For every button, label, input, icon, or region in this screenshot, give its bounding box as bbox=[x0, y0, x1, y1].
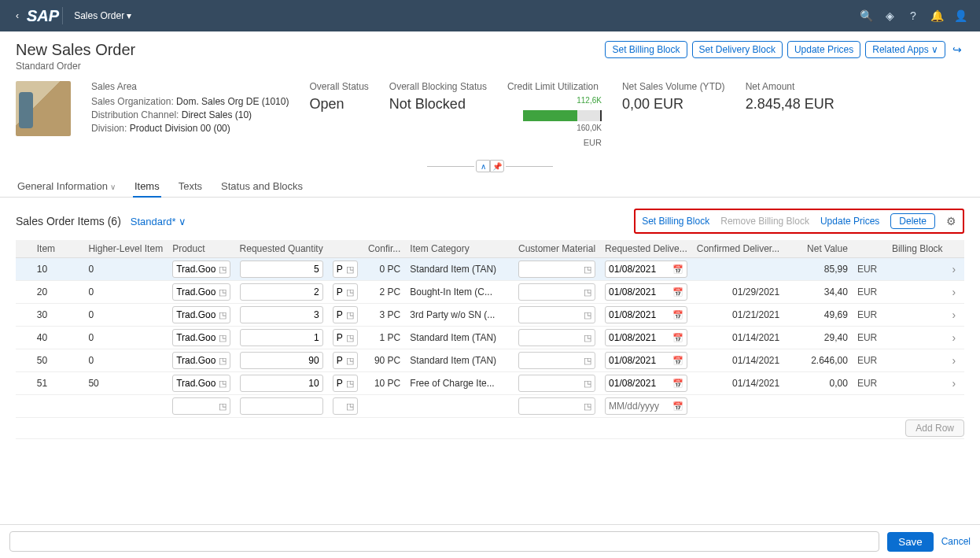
help-icon[interactable]: ? bbox=[901, 9, 925, 22]
related-apps-button[interactable]: Related Apps ∨ bbox=[865, 41, 945, 58]
tab-texts[interactable]: Texts bbox=[177, 176, 204, 197]
value-help-icon[interactable]: ◳ bbox=[584, 287, 591, 297]
table-row[interactable]: 400◳◳1 PCStandard Item (TAN)◳📅01/14/2021… bbox=[16, 327, 964, 349]
product-input[interactable]: ◳ bbox=[172, 397, 230, 415]
value-help-icon[interactable]: ◳ bbox=[584, 356, 591, 366]
req-date-input[interactable]: 📅 bbox=[605, 261, 687, 278]
pin-icon[interactable]: 📌 bbox=[490, 160, 504, 172]
table-variant-selector[interactable]: Standard* ∨ bbox=[131, 216, 186, 227]
table-settings-icon[interactable]: ⚙ bbox=[946, 215, 956, 227]
set-billing-block-button[interactable]: Set Billing Block bbox=[605, 41, 687, 58]
qty-input[interactable] bbox=[240, 329, 323, 346]
value-help-icon[interactable]: ◳ bbox=[346, 401, 354, 412]
value-help-icon[interactable]: ◳ bbox=[219, 264, 227, 275]
bell-icon[interactable]: 🔔 bbox=[925, 9, 949, 22]
calendar-icon[interactable]: 📅 bbox=[672, 379, 683, 389]
value-help-icon[interactable]: ◳ bbox=[346, 264, 354, 275]
back-button[interactable]: ‹ bbox=[8, 10, 27, 21]
user-icon[interactable]: 👤 bbox=[949, 9, 972, 22]
cust-mat-input[interactable]: ◳ bbox=[518, 283, 595, 301]
value-help-icon[interactable]: ◳ bbox=[346, 333, 354, 343]
search-icon[interactable]: 🔍 bbox=[854, 9, 878, 22]
qty-input[interactable] bbox=[240, 397, 323, 415]
calendar-icon[interactable]: 📅 bbox=[672, 310, 683, 320]
cust-mat-input[interactable]: ◳ bbox=[518, 375, 595, 392]
cust-mat-input[interactable]: ◳ bbox=[518, 261, 595, 278]
table-row[interactable]: 300◳◳3 PC3rd Party w/o SN (...◳📅01/21/20… bbox=[16, 304, 964, 327]
collapse-up-icon[interactable]: ∧ bbox=[476, 160, 490, 172]
row-nav-icon[interactable]: › bbox=[948, 327, 964, 349]
req-date-input[interactable]: 📅 bbox=[605, 352, 687, 369]
calendar-icon[interactable]: 📅 bbox=[672, 401, 683, 412]
req-date-input[interactable]: 📅 bbox=[605, 306, 687, 323]
uom-input[interactable]: ◳ bbox=[333, 352, 358, 369]
req-date-input[interactable]: 📅 bbox=[605, 329, 687, 346]
uom-input[interactable]: ◳ bbox=[333, 261, 358, 278]
row-nav-icon[interactable]: › bbox=[948, 349, 964, 372]
value-help-icon[interactable]: ◳ bbox=[346, 356, 354, 366]
value-help-icon[interactable]: ◳ bbox=[219, 287, 227, 297]
copilot-icon[interactable]: ◈ bbox=[878, 9, 901, 22]
app-title[interactable]: Sales Order ▾ bbox=[66, 10, 139, 21]
update-prices-button[interactable]: Update Prices bbox=[787, 41, 860, 58]
tab-status-and-blocks[interactable]: Status and Blocks bbox=[219, 176, 304, 197]
req-date-input[interactable]: 📅 bbox=[605, 397, 687, 415]
value-help-icon[interactable]: ◳ bbox=[346, 310, 354, 320]
value-help-icon[interactable]: ◳ bbox=[219, 333, 227, 343]
table-delete-button[interactable]: Delete bbox=[890, 213, 935, 229]
value-help-icon[interactable]: ◳ bbox=[346, 379, 354, 389]
uom-input[interactable]: ◳ bbox=[333, 283, 358, 301]
product-input[interactable]: ◳ bbox=[172, 261, 230, 278]
tab-items[interactable]: Items bbox=[133, 176, 161, 197]
value-help-icon[interactable]: ◳ bbox=[584, 310, 591, 320]
row-nav-icon[interactable]: › bbox=[948, 304, 964, 327]
row-nav-icon[interactable]: › bbox=[948, 281, 964, 304]
value-help-icon[interactable]: ◳ bbox=[584, 401, 591, 412]
product-input[interactable]: ◳ bbox=[172, 375, 230, 392]
cust-mat-input[interactable]: ◳ bbox=[518, 352, 595, 369]
value-help-icon[interactable]: ◳ bbox=[584, 333, 591, 343]
row-nav-icon[interactable]: › bbox=[948, 372, 964, 395]
table-set-billing-block[interactable]: Set Billing Block bbox=[642, 216, 709, 227]
table-row[interactable]: 200◳◳2 PCBought-In Item (C...◳📅01/29/202… bbox=[16, 281, 964, 304]
cust-mat-input[interactable]: ◳ bbox=[518, 329, 595, 346]
net-sales-ytd-link[interactable]: Net Sales Volume (YTD) bbox=[622, 81, 725, 92]
table-update-prices[interactable]: Update Prices bbox=[820, 216, 879, 227]
qty-input[interactable] bbox=[240, 352, 323, 369]
cust-mat-input[interactable]: ◳ bbox=[518, 397, 595, 415]
product-input[interactable]: ◳ bbox=[172, 352, 230, 369]
value-help-icon[interactable]: ◳ bbox=[219, 310, 227, 320]
value-help-icon[interactable]: ◳ bbox=[219, 379, 227, 389]
table-new-row[interactable]: ◳◳◳📅 bbox=[16, 395, 964, 418]
qty-input[interactable] bbox=[240, 375, 323, 392]
value-help-icon[interactable]: ◳ bbox=[346, 287, 354, 297]
calendar-icon[interactable]: 📅 bbox=[672, 356, 683, 366]
value-help-icon[interactable]: ◳ bbox=[584, 379, 591, 389]
calendar-icon[interactable]: 📅 bbox=[672, 333, 683, 343]
value-help-icon[interactable]: ◳ bbox=[584, 264, 591, 275]
value-help-icon[interactable]: ◳ bbox=[219, 356, 227, 366]
calendar-icon[interactable]: 📅 bbox=[672, 264, 683, 275]
row-nav-icon[interactable]: › bbox=[948, 258, 964, 281]
set-delivery-block-button[interactable]: Set Delivery Block bbox=[692, 41, 783, 58]
tab-general-information[interactable]: General Information∨ bbox=[16, 176, 117, 197]
value-help-icon[interactable]: ◳ bbox=[219, 401, 227, 412]
uom-input[interactable]: ◳ bbox=[333, 329, 358, 346]
table-row[interactable]: 5150◳◳10 PCFree of Charge Ite...◳📅01/14/… bbox=[16, 372, 964, 395]
table-row[interactable]: 500◳◳90 PCStandard Item (TAN)◳📅01/14/202… bbox=[16, 349, 964, 372]
qty-input[interactable] bbox=[240, 306, 323, 323]
qty-input[interactable] bbox=[240, 261, 323, 278]
share-icon[interactable]: ↪ bbox=[950, 41, 964, 58]
product-input[interactable]: ◳ bbox=[172, 329, 230, 346]
uom-input[interactable]: ◳ bbox=[333, 397, 358, 415]
uom-input[interactable]: ◳ bbox=[333, 306, 358, 323]
req-date-input[interactable]: 📅 bbox=[605, 283, 687, 301]
table-row[interactable]: 100◳◳0 PCStandard Item (TAN)◳📅85,99EUR› bbox=[16, 258, 964, 281]
calendar-icon[interactable]: 📅 bbox=[672, 287, 683, 297]
uom-input[interactable]: ◳ bbox=[333, 375, 358, 392]
qty-input[interactable] bbox=[240, 283, 323, 301]
product-input[interactable]: ◳ bbox=[172, 306, 230, 323]
req-date-input[interactable]: 📅 bbox=[605, 375, 687, 392]
cust-mat-input[interactable]: ◳ bbox=[518, 306, 595, 323]
product-input[interactable]: ◳ bbox=[172, 283, 230, 301]
